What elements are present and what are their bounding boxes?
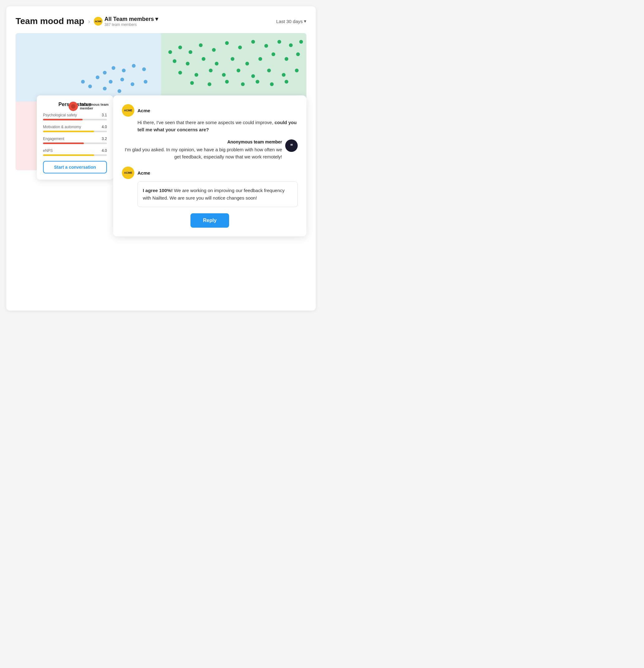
progress-track-psych [43, 119, 107, 120]
chevron-right-icon: › [88, 18, 90, 25]
quadrant-top-left [16, 33, 161, 102]
message-acme-2: ACME Acme I agree 100%! We are working o… [122, 167, 298, 207]
quadrant-top-right [161, 33, 307, 102]
progress-track-motivation [43, 131, 107, 132]
conversation-panel: ACME Acme Hi there, I've seen that there… [113, 95, 306, 237]
progress-track-engagement [43, 142, 107, 144]
anonymous-label: Anonymous team member [68, 102, 108, 111]
header-left: Team mood map › ACME All Team members ▾ … [16, 16, 158, 27]
sender-name-acme-2: Acme [137, 170, 150, 176]
message-acme-1: ACME Acme Hi there, I've seen that there… [122, 104, 298, 133]
anon-reply-block: Anonymous team member I'm glad you asked… [122, 139, 298, 160]
app-container: Team mood map › ACME All Team members ▾ … [6, 6, 316, 310]
metric-row-motivation: Motivation & autonomy 4.0 [43, 125, 107, 132]
anon-reply-name: Anonymous team member [122, 139, 282, 145]
metric-header-motivation: Motivation & autonomy 4.0 [43, 125, 107, 129]
acme-avatar-2: ACME [122, 167, 134, 179]
start-conversation-button[interactable]: Start a conversation [43, 161, 107, 173]
team-info: All Team members ▾ 387 team members [104, 16, 158, 27]
header: Team mood map › ACME All Team members ▾ … [16, 16, 306, 27]
metric-row-enps: eNPS 4.0 [43, 149, 107, 156]
team-name: All Team members ▾ [104, 16, 158, 22]
mood-map-container: Anonymous team member Person status Psyc… [16, 33, 306, 170]
metric-header-psych: Psychological safety 3.1 [43, 113, 107, 117]
anon-map-label-text: Anonymous team member [80, 103, 108, 110]
progress-track-enps [43, 154, 107, 156]
team-logo: ACME [94, 17, 103, 26]
metric-header-enps: eNPS 4.0 [43, 149, 107, 153]
team-count: 387 team members [104, 22, 158, 27]
reply-button[interactable]: Reply [190, 213, 229, 228]
date-selector[interactable]: Last 30 days ▾ [276, 18, 306, 24]
team-selector[interactable]: ACME All Team members ▾ 387 team members [94, 16, 158, 27]
progress-fill-motivation [43, 131, 94, 132]
anon-map-avatar [68, 102, 78, 111]
progress-fill-enps [43, 154, 94, 156]
page-title: Team mood map [16, 16, 84, 26]
progress-fill-engagement [43, 142, 84, 144]
progress-fill-psych [43, 119, 82, 120]
anon-reply-content: Anonymous team member I'm glad you asked… [122, 139, 282, 160]
metric-row-engagement: Engagement 3.2 [43, 137, 107, 144]
acme-avatar-1: ACME [122, 104, 134, 117]
metric-header-engagement: Engagement 3.2 [43, 137, 107, 141]
metric-row-psych: Psychological safety 3.1 [43, 113, 107, 120]
sender-row-acme-2: ACME Acme [122, 167, 298, 179]
anon-reply-text: I'm glad you asked. In my opinion, we ha… [122, 146, 282, 160]
quoted-message-box: I agree 100%! We are working on improvin… [137, 182, 298, 207]
sender-name-acme-1: Acme [137, 108, 150, 113]
message-text-acme-1: Hi there, I've seen that there are some … [137, 119, 298, 133]
sender-row-acme-1: ACME Acme [122, 104, 298, 117]
anon-reply-avatar: ❝ [285, 139, 298, 152]
